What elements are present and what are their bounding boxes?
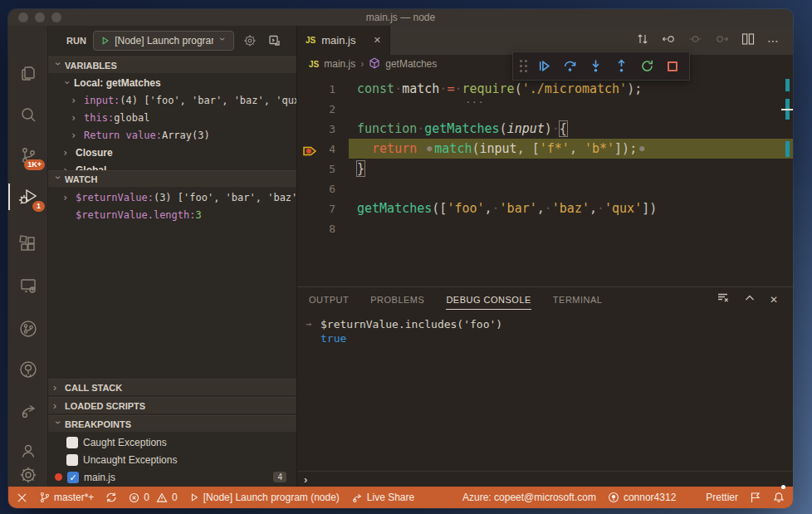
manage-gear-icon[interactable] xyxy=(8,458,48,492)
tab-main-js[interactable]: JS main.js ✕ xyxy=(297,26,390,55)
variable-row[interactable]: ›input: (4) ['foo', 'bar', 'baz', 'qux'] xyxy=(48,91,296,109)
next-change-icon[interactable] xyxy=(715,32,729,49)
continue-button[interactable] xyxy=(535,57,553,76)
variables-tree: › Local: getMatches ›input: (4) ['foo', … xyxy=(48,74,296,179)
code-line[interactable]: 6 xyxy=(297,179,793,198)
open-debug-console-icon[interactable] xyxy=(266,32,284,50)
variable-value: global xyxy=(114,112,149,124)
github-account-status[interactable]: connor4312 xyxy=(608,487,676,508)
source-control-badge: 1K+ xyxy=(24,159,45,170)
line-number[interactable]: 1 xyxy=(297,83,349,95)
code-line[interactable]: 4··return·●match(input,·['f*',·'b*']);● xyxy=(297,139,793,159)
pull-requests-icon[interactable] xyxy=(8,312,48,345)
notifications-bell-icon[interactable] xyxy=(773,487,785,508)
clear-console-icon[interactable] xyxy=(717,291,730,308)
symbol-cube-icon xyxy=(369,57,380,71)
extensions-icon[interactable] xyxy=(8,228,48,261)
step-into-button[interactable] xyxy=(586,57,604,76)
line-number[interactable]: 7 xyxy=(297,203,349,215)
step-out-button[interactable] xyxy=(612,57,630,76)
panel-tab-output[interactable]: OUTPUT xyxy=(309,290,349,310)
breakpoint-checkbox[interactable] xyxy=(66,454,78,466)
breakpoint-row[interactable]: Caught Exceptions xyxy=(48,433,296,451)
watch-row[interactable]: $returnValue.length: 3 xyxy=(48,206,296,223)
variable-row[interactable]: ›Return value: Array(3) xyxy=(48,126,296,144)
breakpoint-checkbox[interactable] xyxy=(66,437,78,448)
code-line[interactable]: 8 xyxy=(297,218,793,238)
launch-config-dropdown[interactable]: [Node] Launch program › xyxy=(93,31,234,51)
explorer-icon[interactable] xyxy=(8,56,48,90)
open-changes-icon[interactable] xyxy=(636,32,649,49)
code-line[interactable]: 7getMatches(['foo',·'bar',·'baz',·'qux']… xyxy=(297,198,793,218)
line-number[interactable]: 2 xyxy=(297,103,349,115)
breakpoint-dot-icon xyxy=(55,473,62,481)
restart-button[interactable] xyxy=(638,57,656,76)
sync-icon[interactable] xyxy=(105,487,117,508)
source-control-icon[interactable]: 1K+ xyxy=(8,139,48,172)
close-panel-icon[interactable]: ✕ xyxy=(770,294,778,306)
code-token: 'bar' xyxy=(500,201,537,216)
panel-tab-problems[interactable]: PROBLEMS xyxy=(370,290,424,310)
variable-row[interactable]: ›this: global xyxy=(48,109,296,126)
chevron-down-icon: › xyxy=(61,79,73,87)
panel-tab-terminal[interactable]: TERMINAL xyxy=(553,290,603,310)
previous-change-icon[interactable] xyxy=(662,32,676,49)
code-token: getMatches xyxy=(424,121,499,136)
call-stack-section-header[interactable]: › CALL STACK xyxy=(48,379,296,395)
variable-name: this: xyxy=(84,112,114,124)
panel-tab-debug-console[interactable]: DEBUG CONSOLE xyxy=(446,290,531,310)
code-line[interactable]: 1const·match·=·require('./micromatch'); xyxy=(297,79,793,99)
console-line-prompt: → xyxy=(297,317,320,331)
live-share-icon[interactable] xyxy=(8,394,48,427)
loaded-scripts-section-header[interactable]: › LOADED SCRIPTS xyxy=(48,397,296,414)
close-tab-icon[interactable]: ✕ xyxy=(374,35,381,46)
configure-gear-icon[interactable] xyxy=(241,32,259,50)
line-number[interactable]: 3 xyxy=(297,123,349,135)
code-token: ) xyxy=(627,81,634,96)
stop-button[interactable] xyxy=(663,57,682,76)
play-icon xyxy=(189,492,199,502)
prettier-status[interactable]: Prettier xyxy=(706,487,738,508)
toolbar-drag-grip[interactable] xyxy=(520,60,527,72)
collapse-panel-icon[interactable] xyxy=(744,292,756,307)
code-line[interactable]: 3function·getMatches(input)·{ xyxy=(297,119,793,139)
live-share-status[interactable]: Live Share xyxy=(351,487,414,508)
code-line[interactable]: 5} xyxy=(297,159,793,179)
watch-section-header[interactable]: › WATCH xyxy=(48,170,296,187)
more-actions-icon[interactable]: ⋯ xyxy=(767,34,780,47)
run-and-debug-icon[interactable]: 1 xyxy=(8,180,48,213)
debug-target-status[interactable]: [Node] Launch program (node) xyxy=(189,487,340,508)
line-number[interactable]: 5 xyxy=(297,163,349,175)
watch-row[interactable]: ›$returnValue: (3) ['foo', 'bar', 'baz'] xyxy=(48,188,296,206)
split-editor-icon[interactable] xyxy=(741,32,755,49)
step-over-button[interactable] xyxy=(560,57,579,76)
debug-badge: 1 xyxy=(32,201,45,212)
code-token: ; xyxy=(634,81,642,96)
line-number[interactable]: 6 xyxy=(297,183,349,195)
code-line[interactable]: 2 xyxy=(297,99,793,119)
code-token: return xyxy=(372,141,417,156)
code-editor[interactable]: 1const·match·=·require('./micromatch');2… xyxy=(297,79,793,238)
chevron-right-icon: › xyxy=(62,192,71,203)
scope-row[interactable]: › Local: getMatches xyxy=(48,74,296,91)
problems-status[interactable]: 0 0 xyxy=(129,487,177,508)
variables-section-header[interactable]: › VARIABLES xyxy=(48,56,296,73)
remote-explorer-icon[interactable] xyxy=(8,269,48,302)
breadcrumb-file[interactable]: main.js xyxy=(324,58,355,70)
debug-console-input[interactable]: › xyxy=(297,471,793,487)
chevron-right-icon: › xyxy=(71,130,79,141)
feedback-icon[interactable] xyxy=(750,487,761,508)
run-label: RUN xyxy=(66,36,86,46)
code-token: · xyxy=(545,201,552,216)
scope-row[interactable]: ›Closure xyxy=(48,144,296,161)
search-icon[interactable] xyxy=(8,98,48,131)
breakpoints-section-header[interactable]: › BREAKPOINTS xyxy=(48,415,296,432)
code-token: ] xyxy=(614,141,622,156)
breadcrumb-symbol[interactable]: getMatches xyxy=(385,58,437,70)
line-number[interactable]: 8 xyxy=(297,223,349,235)
breakpoint-row[interactable]: ✓main.js4 xyxy=(48,468,296,486)
github-icon[interactable] xyxy=(8,353,48,386)
breakpoint-checkbox[interactable]: ✓ xyxy=(67,472,79,483)
breakpoint-row[interactable]: Uncaught Exceptions xyxy=(48,451,296,468)
azure-account-status[interactable]: Azure: copeet@microsoft.com xyxy=(462,487,596,508)
